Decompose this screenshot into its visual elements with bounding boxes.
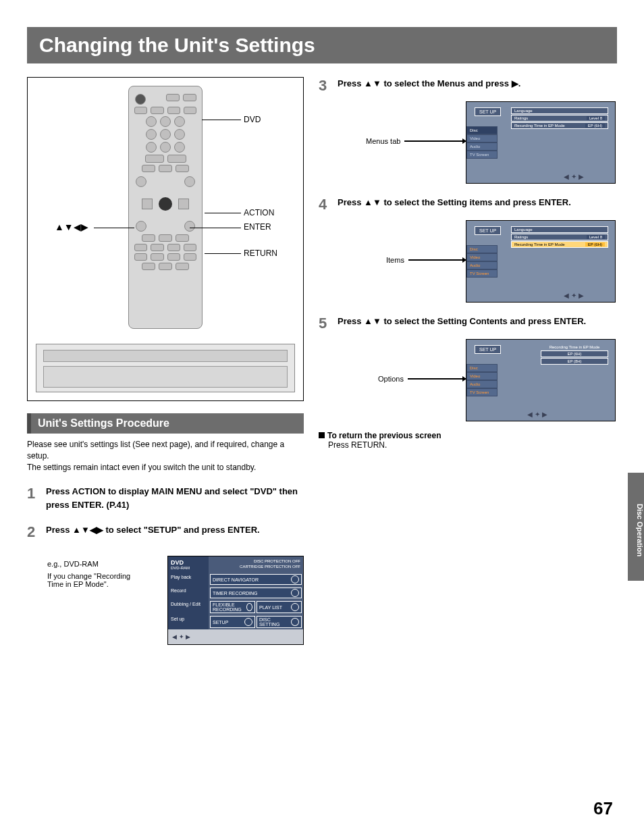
leader-arrow-icon [408,259,466,261]
intro-text-1: Please see unit's settings list (See nex… [27,439,304,462]
cell-play-list: PLAY LIST [259,605,282,610]
side-tab-disc-operation: Disc Operation [628,473,644,581]
step-5: 5 Press ▲▼ to select the Setting Content… [319,315,616,332]
dvd-menu-status1: DISC PROTECTION OFF [211,559,300,565]
dvd-row-playback: Play back [168,573,209,586]
osd-item-language: Language [514,228,533,232]
osd-item-ratings-val: Level 8 [587,235,605,239]
osd-side-tv: TV Screen [466,269,498,278]
leader-arrow-icon [408,378,466,380]
osd-setup-tab: SET UP [475,345,501,354]
osd-side-video: Video [466,372,498,380]
osd-side-disc: Disc [466,126,498,134]
osd-opt-title: Recording Time in EP Mode [541,345,608,349]
label-enter: ENTER [244,222,271,232]
osd-setup-tab: SET UP [475,107,501,116]
osd-item-rectime: Recording Time in EP Mode [514,242,565,246]
cell-flex-rec: FLEXIBLE RECORDING [213,602,246,612]
osd-item-language: Language [514,109,533,113]
cell-timer-rec: TIMER RECORDING [213,591,258,596]
label-arrows: ▲▼◀▶ [55,221,88,232]
step-3: 3 Press ▲▼ to select the Menus and press… [319,77,616,95]
step-4: 4 Press ▲▼ to select the Setting items a… [319,196,616,213]
step-number: 3 [319,77,331,95]
step-text: Press ▲▼◀▶ to select "SETUP" and press E… [46,523,304,537]
remote-outline [128,86,203,329]
label-dvd: DVD [244,115,261,124]
dvd-row-record: Record [168,586,209,600]
osd-label-options: Options [378,375,404,383]
return-block: To return the previous screen Press RETU… [319,431,616,450]
osd-side-disc: Disc [466,245,498,253]
remote-diagram: DVD ACTION ENTER RETURN ▲▼◀▶ [27,77,304,401]
cell-disc-setting: DISC SETTING [259,617,291,627]
osd-item-ratings: Ratings [514,235,528,239]
osd-side-audio: Audio [466,380,498,388]
page-title: Changing the Unit's Settings [27,27,617,63]
dvd-menu-status2: CARTRIDGE PROTECTION OFF [211,565,300,570]
square-bullet-icon [319,432,325,438]
step2-note-l2: If you change "Recording Time in EP Mode… [47,572,142,588]
content-columns: DVD ACTION ENTER RETURN ▲▼◀▶ Unit's Sett… [27,77,617,645]
nav-diamond-icon: ◀ ✦ ▶ [527,411,547,418]
return-heading: To return the previous screen [327,431,441,440]
step-number: 1 [27,485,39,502]
nav-diamond-icon: ◀ ✦ ▶ [564,292,584,299]
osd-step3: SET UP Language RatingsLevel 8 Recording… [466,101,616,184]
step-number: 5 [319,315,331,332]
label-action: ACTION [244,208,274,217]
osd-opt-b: EP (8H) [567,359,581,363]
cell-setup: SETUP [213,620,228,625]
step-text: Press ACTION to display MAIN MENU and se… [46,485,304,511]
osd-label-menus: Menus tab [366,137,400,145]
osd-side-video: Video [466,253,498,261]
label-return: RETURN [244,249,277,258]
osd-item-rectime-val: EP (6H) [585,124,605,128]
page: Changing the Unit's Settings [0,0,644,834]
osd-item-rectime-val: EP (6H) [585,242,605,246]
dvd-row-setup: Set up [168,615,209,629]
osd-item-ratings-val: Level 8 [587,116,605,120]
dvd-row-dubbing: Dubbing / Edit [168,600,209,615]
step-number: 4 [319,196,331,213]
osd-item-rectime: Recording Time in EP Mode [514,124,565,128]
osd-side-audio: Audio [466,261,498,269]
osd-item-ratings: Ratings [514,116,528,120]
right-column: 3 Press ▲▼ to select the Menus and press… [319,77,616,645]
osd-side-tv: TV Screen [466,388,498,396]
intro-text-2: The settings remain intact even if you s… [27,462,304,473]
osd-side-video: Video [466,134,498,142]
dvd-menu-title: DVD [171,559,206,566]
cell-direct-nav: DIRECT NAVIGATOR [213,577,259,582]
osd-setup-tab: SET UP [475,226,501,235]
left-column: DVD ACTION ENTER RETURN ▲▼◀▶ Unit's Sett… [27,77,304,645]
unit-outline [36,344,295,392]
osd-opt-a: EP (6H) [567,352,581,356]
leader-arrow-icon [404,140,466,142]
return-body: Press RETURN. [328,440,616,450]
osd-step4: SET UP Language RatingsLevel 8 Recording… [466,220,616,303]
osd-side-tv: TV Screen [466,151,498,159]
section-heading: Unit's Settings Procedure [27,413,304,434]
step-text: Press ▲▼ to select the Menus and press ▶… [338,77,616,90]
dvd-menu-screenshot: DVD DVD-RAM DISC PROTECTION OFF CARTRIDG… [167,556,304,645]
osd-label-items: Items [386,256,404,264]
step-2: 2 Press ▲▼◀▶ to select "SETUP" and press… [27,523,304,541]
nav-diamond-icon: ◀ ✦ ▶ [564,173,584,180]
dvd-menu-sub: DVD-RAM [171,566,206,570]
step-text: Press ▲▼ to select the Setting Contents … [338,315,616,328]
step-text: Press ▲▼ to select the Setting items and… [338,196,616,209]
step-1: 1 Press ACTION to display MAIN MENU and … [27,485,304,511]
step2-note-l1: e.g., DVD-RAM [47,560,142,568]
osd-step5: SET UP Recording Time in EP Mode EP (6H)… [466,339,616,421]
page-number: 67 [593,798,613,819]
osd-side-disc: Disc [466,364,498,372]
step-number: 2 [27,523,39,541]
osd-side-audio: Audio [466,142,498,151]
